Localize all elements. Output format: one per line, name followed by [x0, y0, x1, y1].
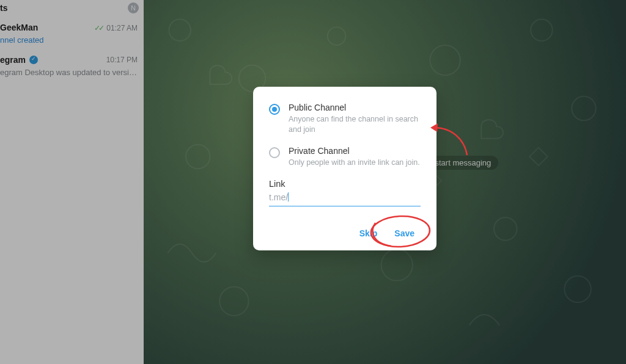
app-root: ts N GeekMan ✓✓ 01:27 AM nnel created	[0, 0, 626, 364]
save-button[interactable]: Save	[388, 225, 421, 242]
option-description: Anyone can find the channel in search an…	[289, 114, 421, 135]
option-public-channel[interactable]: Public Channel Anyone can find the chann…	[269, 103, 421, 135]
option-description: Only people with an invite link can join…	[289, 158, 420, 168]
link-input-row[interactable]: t.me/	[269, 192, 421, 206]
radio-checked-icon	[269, 104, 280, 115]
link-input[interactable]	[289, 192, 421, 202]
link-prefix: t.me/	[269, 192, 288, 202]
option-private-channel[interactable]: Private Channel Only people with an invi…	[269, 146, 421, 168]
link-label: Link	[269, 179, 421, 189]
option-title: Private Channel	[289, 146, 420, 156]
skip-button[interactable]: Skip	[353, 225, 384, 242]
option-title: Public Channel	[289, 103, 421, 112]
channel-type-dialog: Public Channel Anyone can find the chann…	[253, 87, 436, 250]
radio-unchecked-icon	[269, 147, 280, 158]
